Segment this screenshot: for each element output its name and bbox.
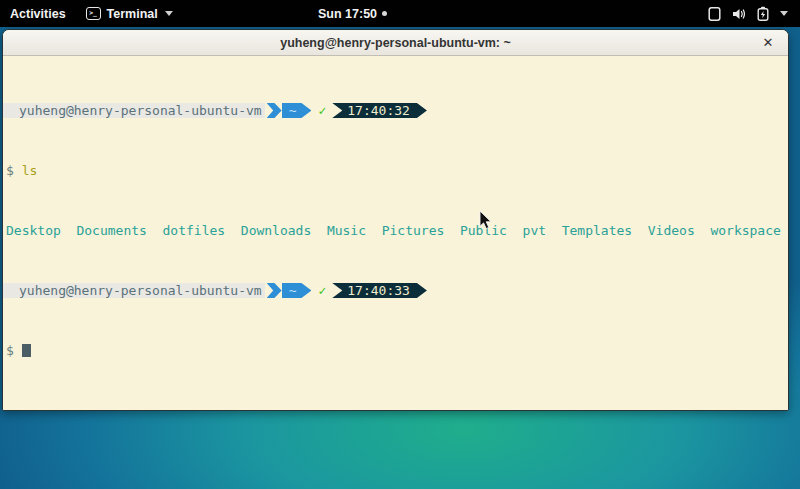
prompt-symbol: $	[6, 343, 14, 358]
input-line[interactable]: $	[3, 343, 788, 358]
clock-button[interactable]: Sun 17:50	[318, 0, 387, 27]
close-button[interactable]: ✕	[757, 30, 779, 55]
powerline-chevron-icon	[267, 283, 282, 298]
prompt-user-host: yuheng@henry-personal-ubuntu-vm	[3, 283, 265, 298]
media-indicator-dot	[382, 11, 387, 16]
clock-label: Sun 17:50	[318, 7, 377, 21]
desktop-background: Activities >_ Terminal Sun 17:50	[0, 0, 800, 489]
prompt-user-host: yuheng@henry-personal-ubuntu-vm	[3, 103, 265, 118]
display-icon	[707, 6, 722, 22]
prompt-time-segment: 17:40:33	[332, 283, 427, 298]
volume-icon	[731, 6, 747, 22]
terminal-cursor	[22, 344, 31, 357]
app-menu-button[interactable]: >_ Terminal	[78, 0, 181, 27]
prompt-line: yuheng@henry-personal-ubuntu-vm ~ ✓ 17:4…	[3, 103, 788, 118]
prompt-status-check-icon: ✓	[318, 283, 326, 298]
prompt-cwd-segment: ~	[282, 283, 312, 298]
battery-charging-icon	[756, 6, 770, 22]
prompt-status-check-icon: ✓	[318, 103, 326, 118]
app-menu-label: Terminal	[107, 7, 158, 21]
system-status-menu[interactable]	[707, 0, 788, 27]
command-line: $ ls	[3, 163, 788, 178]
command-text: ls	[22, 163, 38, 178]
chevron-down-icon	[165, 11, 173, 16]
terminal-window: yuheng@henry-personal-ubuntu-vm: ~ ✕ yuh…	[2, 29, 789, 411]
activities-button[interactable]: Activities	[0, 0, 78, 27]
terminal-app-icon: >_	[86, 7, 101, 20]
ls-output: Desktop Documents dotfiles Downloads Mus…	[3, 223, 788, 238]
powerline-chevron-icon	[267, 103, 282, 118]
chevron-down-icon	[780, 11, 788, 16]
terminal-content[interactable]: yuheng@henry-personal-ubuntu-vm ~ ✓ 17:4…	[3, 57, 788, 410]
prompt-line: yuheng@henry-personal-ubuntu-vm ~ ✓ 17:4…	[3, 283, 788, 298]
top-bar: Activities >_ Terminal Sun 17:50	[0, 0, 800, 27]
title-bar[interactable]: yuheng@henry-personal-ubuntu-vm: ~ ✕	[3, 30, 788, 56]
prompt-symbol: $	[6, 163, 14, 178]
prompt-time-segment: 17:40:32	[332, 103, 427, 118]
prompt-cwd-segment: ~	[282, 103, 312, 118]
window-title: yuheng@henry-personal-ubuntu-vm: ~	[280, 36, 511, 50]
